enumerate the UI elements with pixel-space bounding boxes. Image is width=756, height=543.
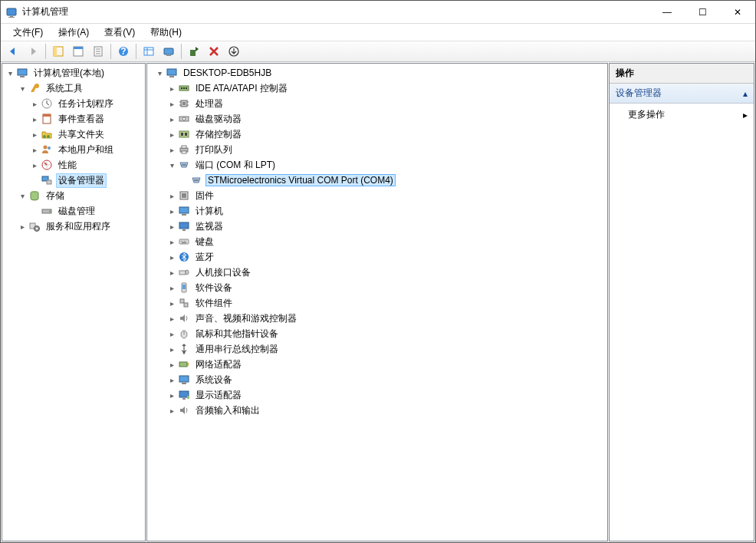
expand-toggle-icon[interactable]: ▸ xyxy=(166,205,178,217)
device-category-audio-io[interactable]: ▸ 音频输入和输出 xyxy=(147,403,607,418)
device-category-ports[interactable]: ▾ 端口 (COM 和 LPT) xyxy=(147,157,607,173)
svg-rect-69 xyxy=(179,222,189,229)
device-category-bluetooth[interactable]: ▸ 蓝牙 xyxy=(147,249,607,265)
expand-toggle-icon[interactable]: ▾ xyxy=(153,67,166,79)
tree-item-system-tools[interactable]: ▾ 系统工具 xyxy=(2,81,145,96)
device-category-mice[interactable]: ▸ 鼠标和其他指针设备 xyxy=(147,326,607,341)
expand-toggle-icon[interactable]: ▸ xyxy=(166,235,178,248)
device-category-software-devices[interactable]: ▸ 软件设备 xyxy=(147,280,607,295)
expand-toggle-icon[interactable]: ▸ xyxy=(166,113,178,125)
device-category-usb[interactable]: ▸ 通用串行总线控制器 xyxy=(147,341,607,357)
left-tree-pane[interactable]: ▾ 计算机管理(本地) ▾ 系统工具 ▸ 任务计划程序 ▸ 事件查看器 ▸ xyxy=(2,63,146,541)
device-tree-pane[interactable]: ▾ DESKTOP-EDB5HJB ▸ IDE ATA/ATAPI 控制器 ▸ … xyxy=(146,63,608,541)
svg-rect-87 xyxy=(179,362,187,367)
menu-action[interactable]: 操作(A) xyxy=(52,25,95,41)
expand-toggle-icon[interactable]: ▸ xyxy=(28,113,41,125)
actions-section-header[interactable]: 设备管理器 ▴ xyxy=(610,84,754,104)
device-category-keyboards[interactable]: ▸ 键盘 xyxy=(147,234,607,249)
device-category-hid[interactable]: ▸ 人机接口设备 xyxy=(147,265,607,280)
device-category-computer[interactable]: ▸ 计算机 xyxy=(147,203,607,219)
tree-label: 软件设备 xyxy=(193,281,235,295)
expand-toggle-icon[interactable]: ▾ xyxy=(16,189,28,202)
device-category-ide[interactable]: ▸ IDE ATA/ATAPI 控制器 xyxy=(147,81,607,96)
tree-item-storage[interactable]: ▾ 存储 xyxy=(2,188,145,203)
expand-toggle-icon[interactable]: ▸ xyxy=(166,281,178,294)
svg-rect-93 xyxy=(187,396,189,399)
enable-device-button[interactable] xyxy=(225,42,243,61)
device-category-sound[interactable]: ▸ 声音、视频和游戏控制器 xyxy=(147,311,607,326)
performance-icon xyxy=(41,159,53,171)
back-button[interactable] xyxy=(4,42,22,61)
show-hidden-button[interactable] xyxy=(159,42,178,61)
expand-toggle-icon[interactable]: ▸ xyxy=(28,159,41,171)
export-list-button[interactable] xyxy=(89,42,107,61)
expand-toggle-icon[interactable]: ▸ xyxy=(166,189,178,202)
tree-item-task-scheduler[interactable]: ▸ 任务计划程序 xyxy=(2,96,145,111)
expand-toggle-icon[interactable]: ▸ xyxy=(166,266,178,278)
minimize-button[interactable]: — xyxy=(649,1,685,23)
device-item-com-port[interactable]: STMicroelectronics Virtual COM Port (COM… xyxy=(147,173,607,188)
tree-item-event-viewer[interactable]: ▸ 事件查看器 xyxy=(2,111,145,127)
tree-item-local-users[interactable]: ▸ 本地用户和组 xyxy=(2,142,145,157)
expand-toggle-icon[interactable]: ▸ xyxy=(166,143,178,156)
expand-toggle-icon[interactable]: ▸ xyxy=(28,143,41,156)
expand-toggle-icon[interactable]: ▸ xyxy=(166,327,178,340)
expand-toggle-icon[interactable]: ▾ xyxy=(4,67,16,79)
expand-toggle-icon[interactable]: ▾ xyxy=(16,82,28,94)
device-item-computer[interactable]: ▾ DESKTOP-EDB5HJB xyxy=(147,65,607,81)
svg-rect-44 xyxy=(186,87,187,89)
tree-item-device-manager[interactable]: 设备管理器 xyxy=(2,173,145,188)
disk-drive-icon xyxy=(178,113,190,125)
expand-toggle-icon[interactable]: ▸ xyxy=(166,220,178,232)
close-button[interactable]: ✕ xyxy=(720,1,755,23)
menu-file[interactable]: 文件(F) xyxy=(7,25,49,41)
tree-item-shared-folders[interactable]: ▸ 共享文件夹 xyxy=(2,127,145,142)
expand-toggle-icon[interactable]: ▸ xyxy=(166,404,178,416)
remove-device-button[interactable] xyxy=(205,42,223,61)
device-category-storage-controllers[interactable]: ▸ 存储控制器 xyxy=(147,127,607,142)
device-category-processors[interactable]: ▸ 处理器 xyxy=(147,96,607,111)
expand-toggle-icon[interactable]: ▸ xyxy=(166,82,178,94)
expand-toggle-icon[interactable]: ▸ xyxy=(166,251,178,263)
expand-toggle-icon[interactable]: ▸ xyxy=(166,312,178,324)
forward-button[interactable] xyxy=(24,42,42,61)
device-category-display-adapters[interactable]: ▸ 显示适配器 xyxy=(147,387,607,403)
expand-toggle-icon[interactable]: ▸ xyxy=(166,297,178,309)
actions-more-item[interactable]: 更多操作 ▸ xyxy=(610,104,754,126)
menu-help[interactable]: 帮助(H) xyxy=(144,25,188,41)
tree-item-root[interactable]: ▾ 计算机管理(本地) xyxy=(2,65,145,81)
expand-toggle-icon[interactable]: ▾ xyxy=(166,159,178,171)
view-details-button[interactable] xyxy=(140,42,158,61)
show-hide-tree-button[interactable] xyxy=(49,42,67,61)
expand-toggle-icon[interactable]: ▸ xyxy=(166,343,178,355)
device-category-firmware[interactable]: ▸ 固件 xyxy=(147,188,607,203)
tree-item-services-apps[interactable]: ▸ 服务和应用程序 xyxy=(2,219,145,234)
properties-button[interactable] xyxy=(69,42,87,61)
expand-toggle-icon[interactable]: ▸ xyxy=(166,97,178,110)
storage-icon xyxy=(28,189,41,202)
expand-toggle-icon[interactable]: ▸ xyxy=(166,389,178,401)
usb-icon xyxy=(178,343,190,355)
tree-item-disk-mgmt[interactable]: 磁盘管理 xyxy=(2,203,145,219)
expand-toggle-icon[interactable]: ▸ xyxy=(166,358,178,370)
device-category-software-components[interactable]: ▸ 软件组件 xyxy=(147,295,607,311)
expand-toggle-icon[interactable]: ▸ xyxy=(28,97,41,110)
expand-toggle-icon[interactable]: ▸ xyxy=(166,128,178,140)
tree-item-performance[interactable]: ▸ 性能 xyxy=(2,157,145,173)
device-category-monitors[interactable]: ▸ 监视器 xyxy=(147,219,607,234)
svg-rect-20 xyxy=(18,69,27,75)
device-category-system-devices[interactable]: ▸ 系统设备 xyxy=(147,372,607,387)
expand-toggle-icon[interactable]: ▸ xyxy=(166,374,178,386)
device-category-disk-drives[interactable]: ▸ 磁盘驱动器 xyxy=(147,111,607,127)
help-button[interactable]: ? xyxy=(114,42,133,61)
svg-point-64 xyxy=(197,179,199,181)
maximize-button[interactable]: ☐ xyxy=(685,1,720,23)
expand-toggle-icon[interactable]: ▸ xyxy=(16,220,28,232)
device-category-network[interactable]: ▸ 网络适配器 xyxy=(147,357,607,372)
scan-hardware-button[interactable] xyxy=(185,42,203,61)
svg-rect-88 xyxy=(187,363,189,366)
device-category-print-queues[interactable]: ▸ 打印队列 xyxy=(147,142,607,157)
shared-folders-icon xyxy=(41,128,53,140)
expand-toggle-icon[interactable]: ▸ xyxy=(28,128,41,140)
menu-view[interactable]: 查看(V) xyxy=(98,25,141,41)
